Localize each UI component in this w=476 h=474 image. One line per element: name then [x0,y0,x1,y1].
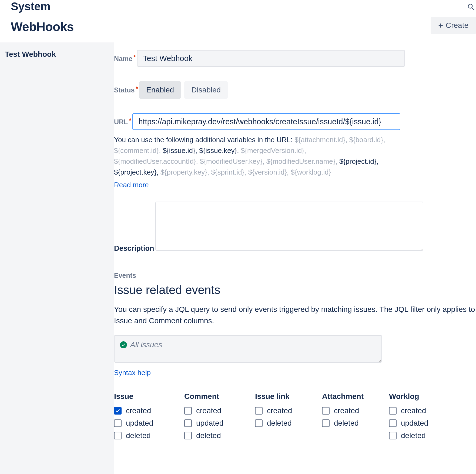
create-button[interactable]: + Create [431,17,476,34]
status-enabled-button[interactable]: Enabled [139,81,181,99]
event-column-title: Issue link [255,392,322,401]
event-checkbox-row: deleted [389,429,454,442]
event-columns: IssuecreatedupdateddeletedCommentcreated… [114,392,476,442]
event-checkbox-row: created [322,405,389,417]
plus-icon: + [438,21,443,29]
url-label: URL* [114,118,131,126]
event-checkbox-label: deleted [401,431,426,440]
event-checkbox-row: updated [389,417,454,429]
jql-placeholder: All issues [130,341,162,349]
check-circle-icon [120,341,127,348]
event-checkbox-label: created [196,406,221,415]
event-checkbox-row: updated [114,417,184,429]
read-more-link[interactable]: Read more [114,181,149,189]
event-checkbox[interactable] [114,419,122,427]
event-checkbox-row: created [255,405,322,417]
status-label: Status* [114,86,138,94]
event-checkbox-row: created [184,405,255,417]
description-field-group: Description [114,202,476,255]
event-checkbox[interactable] [184,432,192,439]
event-checkbox-row: deleted [322,417,389,429]
status-disabled-button[interactable]: Disabled [184,81,228,99]
event-checkbox-row: deleted [255,417,322,429]
event-checkbox-label: updated [126,419,153,428]
header: System WebHooks + Create [0,0,476,42]
event-checkbox[interactable] [255,419,263,427]
event-checkbox-label: deleted [126,431,151,440]
svg-point-0 [468,4,472,8]
event-checkbox[interactable] [255,407,263,415]
event-checkbox[interactable] [114,432,122,439]
event-checkbox-label: created [334,406,359,415]
event-checkbox[interactable] [114,407,122,415]
events-description: You can specify a JQL query to send only… [114,304,476,326]
event-checkbox[interactable] [389,419,397,427]
event-column-title: Attachment [322,392,389,401]
event-checkbox[interactable] [389,432,397,439]
event-column: Attachmentcreateddeleted [322,392,389,442]
event-checkbox-label: deleted [196,431,221,440]
event-checkbox-label: deleted [334,419,359,428]
name-label: Name* [114,55,136,63]
name-input[interactable] [137,50,405,67]
breadcrumb[interactable]: System [11,0,465,13]
required-icon: * [129,117,131,124]
create-button-label: Create [446,21,468,30]
description-label: Description [114,244,154,253]
event-checkbox[interactable] [184,419,192,427]
event-checkbox-label: deleted [267,419,292,428]
events-section-label: Events [114,272,476,279]
url-field-group: URL* You can use the following additiona… [114,113,476,189]
event-checkbox-label: updated [401,419,428,428]
event-checkbox[interactable] [322,407,330,415]
event-checkbox-row: created [114,405,184,417]
required-icon: * [136,85,138,92]
url-input[interactable] [132,113,400,130]
event-checkbox-row: deleted [184,429,255,442]
required-icon: * [133,54,136,61]
status-toggle: Enabled Disabled [139,81,228,99]
search-icon[interactable] [467,3,474,10]
main-content: Name* Status* Enabled Disabled URL* [114,42,476,474]
event-column: Worklogcreatedupdateddeleted [389,392,454,442]
event-checkbox[interactable] [322,419,330,427]
event-checkbox-label: updated [196,419,223,428]
events-title: Issue related events [114,283,476,297]
status-field-group: Status* Enabled Disabled [114,81,476,99]
event-checkbox[interactable] [184,407,192,415]
event-column: Issuecreatedupdateddeleted [114,392,184,442]
sidebar: Test Webhook [0,42,114,474]
event-checkbox-row: updated [184,417,255,429]
event-column-title: Comment [184,392,255,401]
event-column: Issue linkcreateddeleted [255,392,322,442]
name-field-group: Name* [114,50,476,67]
url-hint: You can use the following additional var… [114,134,390,178]
event-checkbox-label: created [401,406,426,415]
event-checkbox[interactable] [389,407,397,415]
event-checkbox-row: deleted [114,429,184,442]
description-input[interactable] [155,202,423,251]
event-column-title: Issue [114,392,184,401]
sidebar-item-webhook[interactable]: Test Webhook [5,50,109,59]
event-checkbox-label: created [126,406,151,415]
jql-input[interactable]: All issues [114,335,382,363]
event-checkbox-label: created [267,406,292,415]
event-checkbox-row: created [389,405,454,417]
event-column-title: Worklog [389,392,454,401]
page-title: WebHooks [11,19,465,34]
svg-line-1 [472,8,474,10]
event-column: Commentcreatedupdateddeleted [184,392,255,442]
syntax-help-link[interactable]: Syntax help [114,369,151,377]
